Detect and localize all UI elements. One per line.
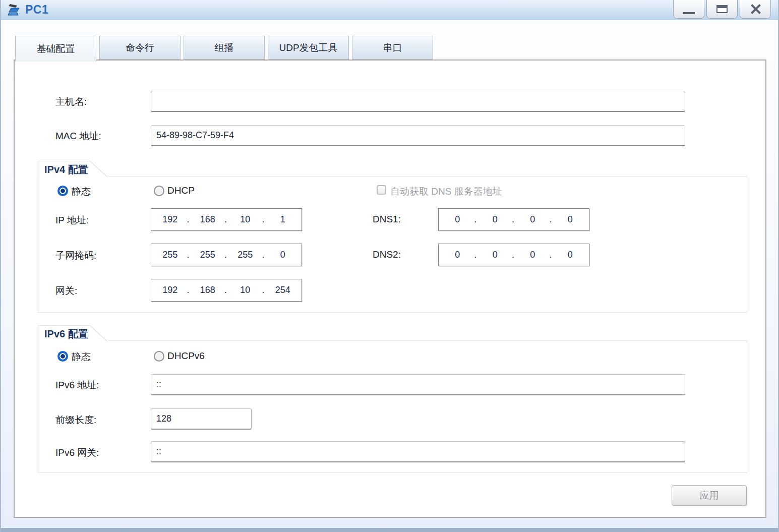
- gateway-label: 网关:: [55, 284, 77, 298]
- maximize-button[interactable]: [706, 0, 738, 19]
- ipv4-dhcp-label: DHCP: [167, 185, 195, 196]
- ipv6-dhcp-label: DHCPv6: [167, 350, 205, 362]
- ipv6-address-label: IPv6 地址:: [55, 379, 99, 392]
- dns-auto-label: 自动获取 DNS 服务器地址: [390, 185, 502, 198]
- pc-icon: [7, 3, 21, 17]
- ipv4-group-header: IPv4 配置: [38, 161, 90, 177]
- ip-octet-1: 192: [151, 214, 189, 225]
- gw-octet-1: 192: [151, 285, 189, 295]
- pc-config-window: PC1 基础配置 命令行 组播 UDP发包工具 串口 主机名: MAC 地址: …: [0, 0, 779, 532]
- subnet-mask-label: 子网掩码:: [55, 249, 96, 262]
- window-bottom-edge: [1, 528, 778, 532]
- titlebar[interactable]: PC1: [1, 0, 778, 20]
- ipv4-group-label: IPv4 配置: [44, 164, 88, 175]
- ipv6-gateway-label: IPv6 网关:: [55, 446, 99, 459]
- apply-button[interactable]: 应用: [672, 485, 747, 506]
- prefix-length-input[interactable]: [151, 408, 252, 430]
- ip-octet-2: 168: [189, 214, 227, 225]
- mac-input[interactable]: [151, 125, 685, 146]
- ipv4-static-label: 静态: [72, 185, 91, 198]
- dns1-octet-3: 0: [514, 214, 552, 225]
- tab-multicast[interactable]: 组播: [184, 36, 265, 60]
- ipv6-address-input[interactable]: [151, 374, 685, 395]
- dns2-octet-2: 0: [476, 250, 514, 260]
- ip-address-input[interactable]: 192 168 10 1: [151, 208, 302, 231]
- subnet-mask-input[interactable]: 255 255 255 0: [151, 244, 302, 266]
- prefix-length-label: 前缀长度:: [55, 413, 96, 427]
- gw-octet-3: 10: [226, 285, 264, 295]
- dns2-label: DNS2:: [373, 249, 401, 260]
- group-tab-diagonal: [90, 161, 108, 178]
- dns1-octet-2: 0: [476, 214, 514, 225]
- dns1-octet-4: 0: [552, 214, 589, 225]
- minimize-button[interactable]: [673, 0, 704, 19]
- ip-octet-3: 10: [226, 214, 264, 225]
- mask-octet-4: 0: [264, 250, 302, 260]
- mask-octet-3: 255: [226, 250, 264, 260]
- close-button[interactable]: [740, 0, 771, 19]
- window-title: PC1: [25, 3, 48, 17]
- mac-label: MAC 地址:: [55, 130, 101, 143]
- ipv6-static-radio[interactable]: [57, 351, 68, 362]
- mask-octet-2: 255: [189, 250, 227, 260]
- ip-address-label: IP 地址:: [55, 214, 89, 227]
- mask-octet-1: 255: [151, 250, 189, 260]
- ip-octet-4: 1: [264, 214, 302, 225]
- dns1-octet-1: 0: [439, 214, 476, 225]
- gateway-input[interactable]: 192 168 10 254: [151, 279, 302, 302]
- hostname-label: 主机名:: [55, 95, 87, 108]
- tab-serial[interactable]: 串口: [352, 36, 433, 60]
- tab-udp-tool[interactable]: UDP发包工具: [268, 36, 349, 60]
- gw-octet-2: 168: [189, 285, 227, 295]
- maximize-icon: [716, 5, 728, 13]
- minimize-icon: [683, 12, 695, 14]
- dns2-octet-3: 0: [514, 250, 552, 260]
- dns1-input[interactable]: 0 0 0 0: [438, 208, 589, 231]
- window-controls: [673, 0, 771, 19]
- ipv6-gateway-input[interactable]: [151, 441, 685, 462]
- ipv6-dhcp-radio[interactable]: [154, 351, 164, 362]
- hostname-input[interactable]: [151, 91, 685, 112]
- ipv6-group-label: IPv6 配置: [44, 328, 88, 339]
- dns2-input[interactable]: 0 0 0 0: [438, 244, 589, 266]
- gw-octet-4: 254: [264, 285, 302, 295]
- dns2-octet-1: 0: [439, 250, 476, 260]
- close-icon: [750, 4, 761, 15]
- tab-command-line[interactable]: 命令行: [99, 36, 181, 60]
- ipv4-static-radio[interactable]: [57, 186, 68, 196]
- tab-basic-config[interactable]: 基础配置: [15, 36, 96, 62]
- dns-auto-checkbox[interactable]: [377, 185, 386, 195]
- ipv4-dhcp-radio[interactable]: [154, 186, 164, 196]
- dns2-octet-4: 0: [552, 250, 589, 260]
- dns1-label: DNS1:: [373, 214, 401, 225]
- ipv6-static-label: 静态: [72, 350, 91, 364]
- ipv6-group-header: IPv6 配置: [38, 325, 90, 341]
- group-tab-diagonal: [90, 325, 108, 342]
